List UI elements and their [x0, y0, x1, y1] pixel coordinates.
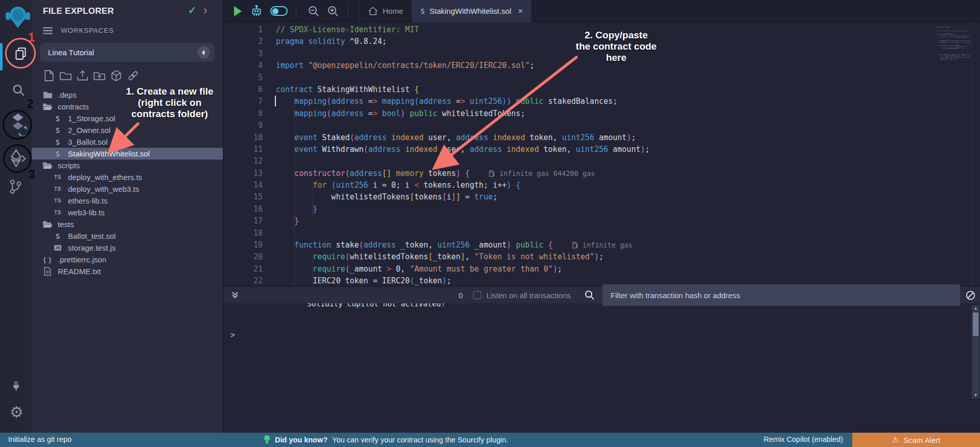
git-init-button[interactable]: Initialize as git repo: [8, 435, 72, 443]
upload-file-icon[interactable]: [77, 70, 88, 81]
tree-item-web3-lib-ts[interactable]: TSweb3-lib.ts: [32, 207, 223, 218]
folder-closed-icon: [43, 91, 53, 99]
terminal-search-icon[interactable]: [584, 289, 595, 301]
tree-item-label: tests: [58, 220, 74, 229]
workspace-select[interactable]: Linea Tutorial ▲▼: [40, 43, 215, 62]
remix-logo-icon[interactable]: [5, 4, 31, 31]
code-line: mapping(address => mapping(address => ui…: [276, 96, 934, 107]
active-plugin-indicator: [0, 43, 3, 71]
line-number: 13: [224, 168, 263, 180]
line-number: 2: [224, 36, 263, 48]
file-explorer-icon[interactable]: [14, 47, 28, 60]
code-line: IERC20 token = IERC20(_token);: [936, 58, 970, 60]
close-tab-icon[interactable]: ×: [518, 6, 523, 16]
typescript-file-icon: TS: [54, 198, 61, 204]
tree-item-label: 2_Owner.sol: [68, 126, 110, 135]
terminal-prompt: >: [230, 330, 980, 340]
workspace-switch-icon[interactable]: ▲▼: [197, 46, 210, 59]
tutorial-number-3: 3: [29, 168, 35, 182]
tab-home[interactable]: Home: [359, 0, 412, 23]
tree-item--deps[interactable]: .deps: [32, 89, 223, 101]
new-file-icon[interactable]: [43, 70, 55, 81]
save-check-icon[interactable]: ✓: [188, 4, 197, 16]
code-line: import "@openzeppelin/contracts/token/ER…: [936, 30, 970, 32]
tutorial-number-1: 1: [28, 31, 35, 44]
tree-item-1-storage-sol[interactable]: S1_Storage.sol: [32, 113, 223, 124]
gas-estimate: infinite gas 644200 gas: [489, 169, 595, 177]
clear-console-ban-icon[interactable]: [965, 290, 976, 301]
tree-item-label: scripts: [58, 161, 80, 170]
panel-title: FILE EXPLORER: [43, 6, 114, 16]
git-icon[interactable]: [8, 179, 22, 194]
expand-chevron-icon[interactable]: ›: [203, 3, 207, 17]
hamburger-menu-icon[interactable]: [43, 27, 53, 34]
new-folder-icon[interactable]: [60, 70, 72, 81]
tip-text: You can verify your contract using the S…: [332, 436, 508, 444]
line-number: 8: [224, 108, 263, 120]
tree-item--prettierrc-json[interactable]: { }.prettierrc.json: [32, 254, 223, 265]
tab-stakingwithwhitelist-sol[interactable]: SStakingWithWhitelist.sol×: [412, 0, 531, 23]
folder-open-icon: [42, 220, 53, 228]
line-number: 4: [224, 60, 263, 72]
tree-item-ethers-lib-ts[interactable]: TSethers-lib.ts: [32, 195, 223, 207]
editor-scrollbar-gutter[interactable]: [971, 23, 980, 286]
line-number: 11: [224, 144, 263, 155]
plugin-manager-icon[interactable]: [10, 380, 22, 392]
ipfs-cube-icon[interactable]: [110, 70, 122, 81]
listen-label: Listen on all transactions: [486, 291, 571, 300]
copilot-toggle[interactable]: [270, 6, 288, 16]
code-line: }: [276, 204, 934, 215]
code-editor[interactable]: 12345678910111213141516171819202122 // S…: [224, 23, 980, 286]
tree-item-3-ballot-sol[interactable]: S3_Ballot.sol: [32, 136, 223, 148]
code-line: event Withdrawn(address indexed user, ad…: [276, 144, 934, 155]
main-area: HomeSStakingWithWhitelist.sol× 123456789…: [224, 0, 980, 433]
folder-open-icon: [42, 103, 53, 110]
copilot-status[interactable]: Remix Copilot (enabled): [763, 435, 843, 443]
listen-checkbox[interactable]: [473, 291, 481, 299]
gas-estimate: infinite gas: [572, 241, 633, 249]
tree-item-readme-txt[interactable]: README.txt: [32, 265, 223, 277]
tree-item-tests[interactable]: tests: [32, 218, 223, 230]
tree-item-scripts[interactable]: scripts: [32, 160, 223, 171]
solidity-compiler-icon[interactable]: [9, 113, 27, 136]
upload-folder-icon[interactable]: [94, 70, 105, 81]
tree-item-ballot-test-sol[interactable]: SBallot_test.sol: [32, 230, 223, 242]
icon-rail: ⚙: [0, 0, 32, 433]
terminal-scrollbar[interactable]: ▲▼: [972, 305, 979, 398]
line-number: 6: [224, 84, 263, 96]
settings-gear-icon[interactable]: ⚙: [10, 405, 24, 420]
search-icon[interactable]: [12, 83, 26, 97]
solidity-file-icon: S: [56, 150, 60, 158]
solidity-file-icon: S: [56, 115, 60, 123]
tree-item-deploy-with-ethers-ts[interactable]: TSdeploy_with_ethers.ts: [32, 171, 223, 183]
typescript-file-icon: TS: [54, 174, 61, 180]
status-bar: Initialize as git repo Did you know? You…: [0, 433, 980, 447]
tree-item-deploy-with-web3-ts[interactable]: TSdeploy_with_web3.ts: [32, 183, 223, 195]
scam-alert-button[interactable]: ⚠ Scam Alert: [852, 433, 980, 447]
zoom-out-icon[interactable]: [308, 5, 320, 17]
tree-item-label: deploy_with_ethers.ts: [68, 173, 142, 182]
text-cursor: [275, 96, 276, 106]
line-number: 1: [224, 24, 263, 36]
tree-item-contracts[interactable]: contracts: [32, 101, 223, 113]
zoom-in-icon[interactable]: [327, 5, 339, 17]
tutorial-number-2: 2: [27, 97, 34, 111]
terminal-collapse-icon[interactable]: [231, 291, 239, 299]
tree-item-storage-test-js[interactable]: JSstorage.test.js: [32, 242, 223, 254]
warning-icon: ⚠: [892, 435, 899, 444]
deploy-run-icon[interactable]: [10, 149, 26, 168]
code-line: [276, 48, 934, 60]
run-script-button[interactable]: [233, 6, 243, 17]
tree-item-stakingwithwhitelist-sol[interactable]: SStakingWithWhitelist.sol: [32, 148, 223, 160]
transaction-filter-input[interactable]: [602, 284, 960, 306]
link-icon[interactable]: [127, 70, 139, 81]
tree-item-label: StakingWithWhitelist.sol: [68, 149, 150, 158]
solidity-file-icon: S: [421, 7, 425, 15]
ai-copilot-robot-icon[interactable]: [250, 5, 263, 18]
tree-item-label: web3-lib.ts: [68, 208, 105, 217]
line-number: 7: [224, 96, 263, 107]
code-line: mapping(address => bool) public whitelis…: [276, 108, 934, 120]
tree-item-2-owner-sol[interactable]: S2_Owner.sol: [32, 124, 223, 136]
terminal-panel[interactable]: Solidity copilot not activated! > ▲▼: [224, 303, 980, 433]
minimap[interactable]: // SPDX-License-Identifier: MITpragma so…: [936, 26, 970, 73]
